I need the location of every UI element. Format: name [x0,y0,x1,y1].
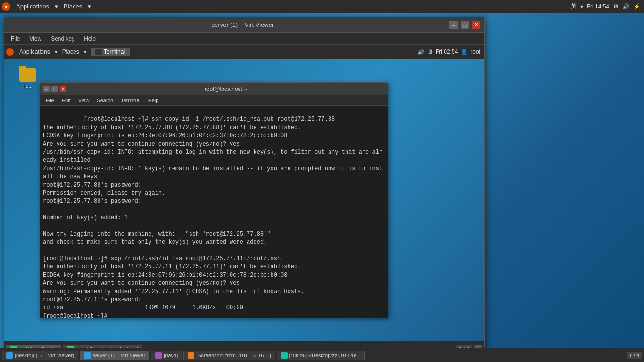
guest-app-icon [6,48,14,56]
host-task-screenshot-label: [Screenshot from 2018-10-16 ...] [196,353,271,358]
host-task-server1[interactable]: server (1) – Virt Viewer [80,351,149,360]
virt-viewer-window: server (1) – Virt Viewer – □ ✕ File View… [4,17,485,356]
host-pager-info: 1 / 4 [627,352,642,359]
folder-shape [19,68,36,82]
terminal-menu-help[interactable]: Help [145,97,162,104]
guest-clock: Fri 02:54 [436,49,458,55]
host-task-desktop1-icon [6,352,13,359]
virt-menu-help[interactable]: Help [80,34,99,43]
host-task-day4-label: [day4] [164,353,178,358]
virt-close-button[interactable]: ✕ [472,21,480,29]
terminal-titlebar: – □ ✕ root@localhost:~ [40,83,388,95]
host-pager: 1 / 4 [627,352,642,359]
host-task-desktop1-label: [desktop (1) – Virt Viewer] [15,353,74,358]
guest-places-menu[interactable]: Places [58,48,83,56]
guest-username[interactable]: root [471,49,480,55]
terminal-menu-view[interactable]: View [75,97,92,104]
terminal-output: [root@localhost ~]# ssh-copy-id -i /root… [43,116,382,318]
terminal-wm-buttons: – □ ✕ [43,86,66,92]
host-clock: Fri 14:54 [587,3,609,10]
host-task-day4[interactable]: [day4] [151,351,182,360]
guest-volume-icon[interactable]: 🔊 [417,49,424,55]
host-task-screenshot[interactable]: [Screenshot from 2018-10-16 ...] [183,351,275,360]
virt-menu-view[interactable]: View [25,34,45,43]
terminal-window[interactable]: – □ ✕ root@localhost:~ File Edit View Se… [40,82,388,318]
virt-maximize-button[interactable]: □ [461,21,469,29]
host-task-unit9-label: [*unit9 (~/Desktop/zzl(10.14)/... [289,353,361,358]
guest-taskbar-right: 🔊 🖥 Fri 02:54 👤 root [417,49,484,55]
host-task-desktop1[interactable]: [desktop (1) – Virt Viewer] [2,351,78,360]
host-task-server1-icon [84,352,91,359]
guest-terminal-tab-label: Terminal [104,49,125,55]
host-volume-icon[interactable]: 🔊 [622,3,629,10]
host-bottom-taskbar: [desktop (1) – Virt Viewer] server (1) –… [0,348,644,362]
virt-menu-file[interactable]: File [7,34,24,43]
terminal-menu-terminal[interactable]: Terminal [118,97,143,104]
host-task-unit9[interactable]: [*unit9 (~/Desktop/zzl(10.14)/... [277,351,365,360]
desktop-icon-home[interactable]: ho... [14,68,42,89]
host-desktop: ● Applications ▾ Places ▾ 英 ▾ Fri 14:54 … [0,0,644,362]
terminal-minimize-btn[interactable]: – [43,86,50,92]
host-task-server1-label: server (1) – Virt Viewer [92,353,145,358]
terminal-maximize-btn[interactable]: □ [51,86,58,92]
guest-terminal-icon [95,49,102,55]
terminal-menubar: File Edit View Search Terminal Help [40,95,388,106]
host-task-screenshot-icon [188,352,194,359]
guest-desktop: ho... – □ ✕ root@localhost:~ [4,59,484,356]
guest-applications-menu[interactable]: Applications [16,48,54,56]
host-taskbar-left: ● Applications ▾ Places ▾ [0,2,91,11]
host-display-icon[interactable]: 🖥 [613,3,619,10]
desktop-folder-icon [19,68,36,82]
host-lang-indicator[interactable]: 英 [571,2,577,10]
terminal-menu-search[interactable]: Search [94,97,116,104]
virt-wm-buttons: – □ ✕ [449,21,480,29]
guest-terminal-taskbutton[interactable]: Terminal [91,48,130,56]
host-power-icon[interactable]: ⚡ [633,3,640,10]
guest-top-taskbar: Applications ▾ Places ▾ Terminal 🔊 🖥 Fri… [4,45,484,59]
guest-user-icon: 👤 [461,49,468,55]
guest-taskbar-center: Terminal [91,48,130,56]
guest-taskbar-left: Applications ▾ Places ▾ [4,48,87,56]
virt-menubar: File View Send key Help [4,33,484,45]
virt-titlebar: server (1) – Virt Viewer – □ ✕ [4,17,484,33]
terminal-close-btn[interactable]: ✕ [60,86,66,92]
host-app-icon: ● [2,2,10,11]
terminal-menu-edit[interactable]: Edit [59,97,74,104]
guest-network-icon[interactable]: 🖥 [427,49,433,55]
vm-screen[interactable]: Applications ▾ Places ▾ Terminal 🔊 🖥 Fri… [4,45,484,356]
host-task-unit9-icon [281,352,288,359]
host-applications-menu[interactable]: Applications [12,2,53,11]
host-task-day4-icon [155,352,162,359]
virt-menu-sendkey[interactable]: Send key [47,34,78,43]
desktop-icon-label: ho... [23,83,32,89]
virt-minimize-button[interactable]: – [449,21,458,29]
terminal-title: root@localhost:~ [66,86,385,92]
host-taskbar-right: 英 ▾ Fri 14:54 🖥 🔊 ⚡ [571,2,644,10]
host-places-menu[interactable]: Places [60,2,86,11]
host-top-taskbar: ● Applications ▾ Places ▾ 英 ▾ Fri 14:54 … [0,0,644,13]
terminal-menu-file[interactable]: File [43,97,57,104]
virt-window-title: server (1) – Virt Viewer [36,21,449,28]
terminal-content[interactable]: [root@localhost ~]# ssh-copy-id -i /root… [40,106,388,318]
